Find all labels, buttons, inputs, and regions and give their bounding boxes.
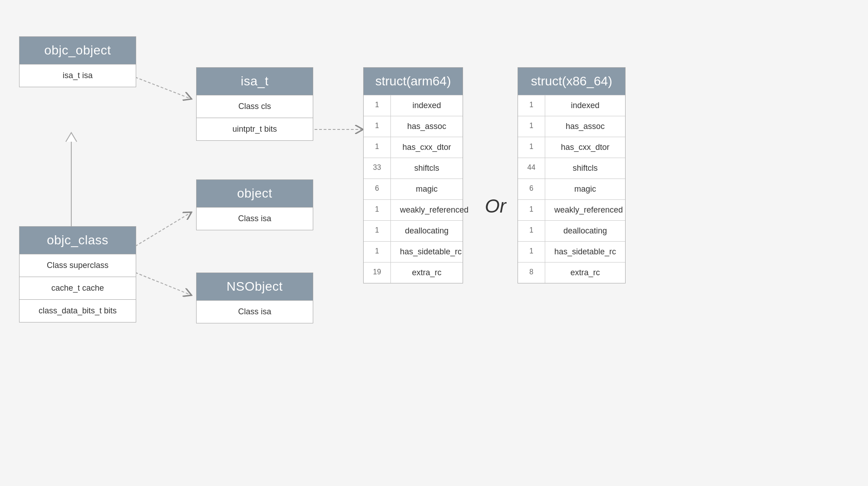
struct-x86-64-name-5: weakly_referenced: [545, 200, 632, 220]
struct-arm64-table: struct(arm64) 1 indexed 1 has_assoc 1 ha…: [363, 67, 463, 283]
isa-t-row-1: uintptr_t bits: [197, 118, 313, 140]
struct-x86-64-table: struct(x86_64) 1 indexed 1 has_assoc 1 h…: [518, 67, 626, 283]
isa-t-header: isa_t: [197, 68, 313, 95]
struct-x86-64-row-6: 1 deallocating: [518, 220, 625, 241]
struct-x86-64-num-4: 6: [518, 179, 545, 199]
struct-x86-64-num-5: 1: [518, 200, 545, 220]
struct-arm64-num-4: 6: [364, 179, 391, 199]
struct-x86-64-num-6: 1: [518, 221, 545, 241]
struct-arm64-header: struct(arm64): [364, 68, 463, 95]
struct-arm64-num-2: 1: [364, 137, 391, 158]
inheritance-arrow: [66, 133, 77, 142]
struct-arm64-row-5: 1 weakly_referenced: [364, 199, 463, 220]
struct-x86-64-name-8: extra_rc: [545, 263, 625, 283]
objc-class-row-2: class_data_bits_t bits: [20, 299, 136, 322]
struct-arm64-num-0: 1: [364, 95, 391, 116]
objc-class-header: objc_class: [20, 227, 136, 254]
struct-arm64-row-1: 1 has_assoc: [364, 116, 463, 137]
struct-arm64-row-4: 6 magic: [364, 179, 463, 199]
struct-arm64-name-4: magic: [391, 179, 463, 199]
objc-object-box: objc_object isa_t isa: [19, 36, 136, 87]
isa-t-box: isa_t Class cls uintptr_t bits: [196, 67, 313, 141]
struct-arm64-num-6: 1: [364, 221, 391, 241]
struct-x86-64-row-1: 1 has_assoc: [518, 116, 625, 137]
struct-x86-64-name-2: has_cxx_dtor: [545, 137, 625, 158]
diagram-container: objc_object isa_t isa objc_class Class s…: [0, 0, 868, 486]
isa-t-row-0: Class cls: [197, 95, 313, 118]
struct-arm64-num-3: 33: [364, 158, 391, 179]
struct-x86-64-name-7: has_sidetable_rc: [545, 242, 625, 262]
struct-arm64-name-1: has_assoc: [391, 116, 463, 137]
nsobject-header: NSObject: [197, 273, 313, 300]
struct-arm64-name-8: extra_rc: [391, 263, 463, 283]
or-label: Or: [485, 195, 506, 217]
struct-x86-64-num-0: 1: [518, 95, 545, 116]
struct-x86-64-name-0: indexed: [545, 95, 625, 116]
struct-x86-64-num-1: 1: [518, 116, 545, 137]
struct-arm64-name-7: has_sidetable_rc: [391, 242, 471, 262]
struct-x86-64-name-1: has_assoc: [545, 116, 625, 137]
struct-arm64-row-8: 19 extra_rc: [364, 262, 463, 283]
struct-arm64-row-3: 33 shiftcls: [364, 158, 463, 179]
struct-arm64-num-5: 1: [364, 200, 391, 220]
struct-arm64-name-0: indexed: [391, 95, 463, 116]
struct-x86-64-name-3: shiftcls: [545, 158, 625, 179]
objc-class-to-nsobject-line: [135, 273, 192, 295]
struct-arm64-row-0: 1 indexed: [364, 95, 463, 116]
object-header: object: [197, 180, 313, 207]
struct-arm64-num-7: 1: [364, 242, 391, 262]
struct-arm64-name-6: deallocating: [391, 221, 463, 241]
struct-x86-64-row-5: 1 weakly_referenced: [518, 199, 625, 220]
struct-arm64-name-3: shiftcls: [391, 158, 463, 179]
objc-object-header: objc_object: [20, 37, 136, 64]
struct-arm64-num-8: 19: [364, 263, 391, 283]
struct-arm64-num-1: 1: [364, 116, 391, 137]
nsobject-box: NSObject Class isa: [196, 273, 313, 323]
objc-class-box: objc_class Class superclass cache_t cach…: [19, 226, 136, 322]
objc-class-to-object-line: [135, 212, 192, 246]
struct-arm64-name-2: has_cxx_dtor: [391, 137, 463, 158]
struct-x86-64-row-8: 8 extra_rc: [518, 262, 625, 283]
struct-x86-64-row-3: 44 shiftcls: [518, 158, 625, 179]
struct-arm64-row-2: 1 has_cxx_dtor: [364, 137, 463, 158]
objc-class-row-1: cache_t cache: [20, 277, 136, 299]
struct-x86-64-row-0: 1 indexed: [518, 95, 625, 116]
struct-x86-64-num-7: 1: [518, 242, 545, 262]
struct-x86-64-row-2: 1 has_cxx_dtor: [518, 137, 625, 158]
object-box: object Class isa: [196, 179, 313, 230]
struct-arm64-row-6: 1 deallocating: [364, 220, 463, 241]
object-row-0: Class isa: [197, 207, 313, 230]
struct-x86-64-name-6: deallocating: [545, 221, 625, 241]
struct-x86-64-num-3: 44: [518, 158, 545, 179]
struct-x86-64-row-7: 1 has_sidetable_rc: [518, 241, 625, 262]
objc-object-to-isa-t-line: [135, 77, 192, 99]
struct-x86-64-num-8: 8: [518, 263, 545, 283]
objc-object-row-0: isa_t isa: [20, 64, 136, 87]
nsobject-row-0: Class isa: [197, 300, 313, 323]
struct-x86-64-num-2: 1: [518, 137, 545, 158]
struct-arm64-name-5: weakly_referenced: [391, 200, 478, 220]
struct-x86-64-row-4: 6 magic: [518, 179, 625, 199]
struct-x86-64-header: struct(x86_64): [518, 68, 625, 95]
struct-x86-64-name-4: magic: [545, 179, 625, 199]
objc-class-row-0: Class superclass: [20, 254, 136, 277]
struct-arm64-row-7: 1 has_sidetable_rc: [364, 241, 463, 262]
